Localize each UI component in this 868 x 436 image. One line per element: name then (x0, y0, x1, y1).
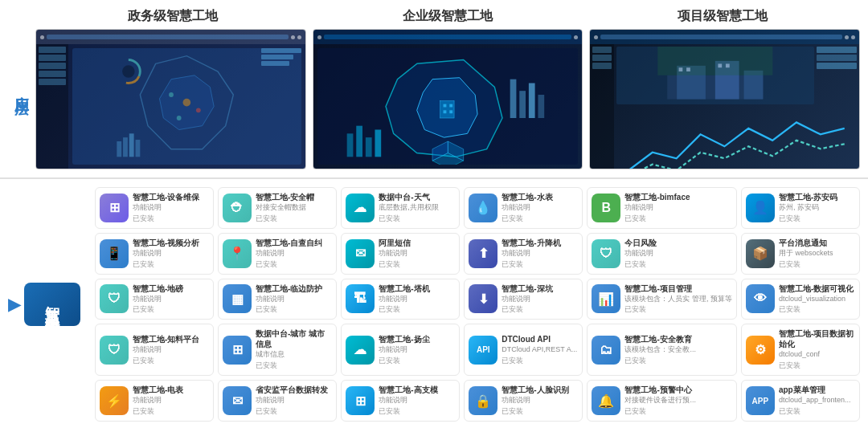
module-card-m18[interactable]: 👁智慧工地-数据可视化dtcloud_visualization已安装 (741, 279, 860, 320)
module-name-m22: DTCloud API (502, 334, 578, 344)
module-name-m20: 数据中台-城市 城市信息 (256, 328, 332, 349)
e-dot1 (317, 35, 321, 39)
module-card-m4[interactable]: 💧智慧工地-水表功能说明已安装 (464, 187, 583, 229)
module-card-m7[interactable]: 📱智慧工地-视频分析功能说明已安装 (95, 233, 214, 275)
project-inner (590, 30, 859, 169)
module-card-m15[interactable]: 🏗智慧工地-塔机功能说明已安装 (341, 279, 460, 320)
module-icon-m26: ✉ (223, 386, 252, 415)
module-icon-m24: ⚙ (746, 336, 775, 365)
module-card-m11[interactable]: 🛡今日风险功能说明已安装 (587, 233, 737, 275)
svg-rect-21 (519, 91, 526, 118)
dot1 (40, 35, 44, 39)
module-card-m27[interactable]: ⊞智慧工地-高支模功能说明已安装 (341, 380, 460, 422)
module-name-m30: app菜单管理 (779, 385, 855, 395)
module-status-m3: 已安装 (379, 214, 455, 224)
module-card-m25[interactable]: ⚡智慧工地-电表功能说明已安装 (95, 380, 214, 422)
gov-title: 政务级智慧工地 (35, 8, 310, 25)
module-icon-m10: ⬆ (469, 239, 497, 268)
module-icon-m23: 🗂 (592, 336, 620, 365)
gov-screenshot (35, 29, 306, 169)
module-name-m27: 智慧工地-高支模 (379, 385, 455, 395)
module-desc-m16: 功能说明 (502, 295, 578, 304)
project-screenshot (589, 29, 860, 169)
app-layer-text: 应用层 (12, 84, 31, 94)
module-icon-m14: ▦ (223, 284, 252, 313)
module-card-m1[interactable]: ⊞智慧工地-设备维保功能说明已安装 (95, 187, 214, 229)
module-desc-m21: 功能说明 (379, 345, 455, 354)
module-info-m16: 智慧工地-深坑功能说明已安装 (502, 283, 578, 316)
module-icon-m25: ⚡ (100, 386, 129, 415)
module-desc-m1: 功能说明 (133, 203, 209, 212)
svg-rect-27 (375, 130, 381, 157)
module-status-m16: 已安装 (502, 304, 578, 315)
module-card-m17[interactable]: 📊智慧工地-项目管理该模块包含：人员实 管理, 预算等已安装 (587, 279, 737, 320)
module-name-m17: 智慧工地-项目管理 (624, 283, 732, 294)
module-name-m2: 智慧工地-安全帽 (256, 192, 332, 202)
module-card-m3[interactable]: ☁数据中台-天气底层数据,共用权限已安装 (341, 187, 460, 229)
module-icon-m22: API (469, 336, 497, 365)
gov-body (36, 44, 305, 169)
module-card-m12[interactable]: 📦平台消息通知用于 websockets已安装 (741, 233, 860, 275)
module-card-m26[interactable]: ✉省安监平台数据转发功能说明已安装 (218, 380, 337, 422)
module-card-m24[interactable]: ⚙智慧工地-项目数据初始化dtcloud_conf已安装 (741, 324, 860, 376)
modules-grid: ⊞智慧工地-设备维保功能说明已安装⛑智慧工地-安全帽对接安全帽数据已安装☁数据中… (95, 187, 860, 422)
module-card-m22[interactable]: APIDTCloud APIDTCloud API,REST A...已安装 (464, 324, 583, 376)
module-icon-m3: ☁ (346, 194, 375, 222)
svg-rect-36 (679, 67, 683, 71)
module-info-m29: 智慧工地-预警中心对接硬件设备进行预...已安装 (624, 385, 732, 417)
module-status-m4: 已安装 (502, 214, 578, 224)
module-card-m2[interactable]: ⛑智慧工地-安全帽对接安全帽数据已安装 (218, 187, 337, 229)
module-card-m30[interactable]: APPapp菜单管理dtcloud_app_fronten...已安装 (741, 380, 860, 422)
module-name-m8: 智慧工地-自查自纠 (256, 238, 332, 248)
module-info-m8: 智慧工地-自查自纠功能说明已安装 (256, 238, 332, 270)
module-desc-m28: 功能说明 (502, 396, 578, 405)
bottom-section: ▶ 智慧工地中台模块 ⊞智慧工地-设备维保功能说明已安装⛑智慧工地-安全帽对接安… (0, 187, 868, 430)
module-card-m29[interactable]: 🔔智慧工地-预警中心对接硬件设备进行预...已安装 (587, 380, 737, 422)
module-card-m19[interactable]: 🛡智慧工地-知料平台功能说明已安装 (95, 324, 214, 376)
module-card-m13[interactable]: 🛡智慧工地-地磅功能说明已安装 (95, 279, 214, 320)
ps-a (817, 47, 857, 53)
module-desc-m27: 功能说明 (379, 396, 455, 405)
module-name-m14: 智慧工地-临边防护 (256, 283, 332, 294)
module-icon-m5: B (592, 194, 620, 222)
main-container: 应用层 政务级智慧工地 企业级智慧工地 项目级智慧工地 (0, 0, 868, 430)
svg-rect-25 (356, 126, 362, 157)
module-card-m10[interactable]: ⬆智慧工地-升降机功能说明已安装 (464, 233, 583, 275)
svg-rect-16 (443, 104, 446, 108)
module-card-m20[interactable]: ⊞数据中台-城市 城市信息城市信息已安装 (218, 324, 337, 376)
module-info-m28: 智慧工地-人脸识别功能说明已安装 (502, 385, 578, 417)
module-card-m9[interactable]: ✉阿里短信功能说明已安装 (341, 233, 460, 275)
module-desc-m4: 功能说明 (502, 203, 578, 212)
s4 (39, 71, 66, 77)
module-desc-m24: dtcloud_conf (779, 350, 855, 359)
module-card-m28[interactable]: 🔒智慧工地-人脸识别功能说明已安装 (464, 380, 583, 422)
module-name-m7: 智慧工地-视频分析 (133, 238, 209, 248)
module-card-m6[interactable]: 👤智慧工地-苏安码苏州, 苏安码已安装 (741, 187, 860, 229)
module-name-m21: 智慧工地-扬尘 (379, 334, 455, 344)
module-card-m16[interactable]: ⬇智慧工地-深坑功能说明已安装 (464, 279, 583, 320)
module-info-m30: app菜单管理dtcloud_app_fronten...已安装 (779, 385, 855, 417)
module-card-m5[interactable]: B智慧工地-bimface功能说明已安装 (587, 187, 737, 229)
module-info-m4: 智慧工地-水表功能说明已安装 (502, 192, 578, 224)
module-info-m15: 智慧工地-塔机功能说明已安装 (379, 283, 455, 316)
module-desc-m25: 功能说明 (133, 396, 209, 405)
ent-map (317, 48, 579, 165)
module-icon-m19: 🛡 (100, 336, 129, 365)
module-card-m21[interactable]: ☁智慧工地-扬尘功能说明已安装 (341, 324, 460, 376)
module-desc-m23: 该模块包含：安全教... (624, 345, 732, 354)
module-status-m11: 已安装 (624, 259, 732, 270)
module-status-m29: 已安装 (624, 406, 732, 417)
module-info-m18: 智慧工地-数据可视化dtcloud_visualization已安装 (779, 283, 855, 316)
module-icon-m2: ⛑ (223, 194, 252, 222)
module-card-m23[interactable]: 🗂智慧工地-安全教育该模块包含：安全教...已安装 (587, 324, 737, 376)
proj-header (590, 30, 859, 44)
module-card-m8[interactable]: 📍智慧工地-自查自纠功能说明已安装 (218, 233, 337, 275)
svg-rect-8 (129, 133, 134, 157)
module-icon-m27: ⊞ (346, 386, 375, 415)
proj-top (614, 44, 859, 107)
module-desc-m9: 功能说明 (379, 249, 455, 258)
module-card-m14[interactable]: ▦智慧工地-临边防护功能说明已安装 (218, 279, 337, 320)
module-status-m14: 已安装 (256, 304, 332, 315)
proj-stat-col (817, 47, 857, 104)
s5 (39, 79, 66, 85)
